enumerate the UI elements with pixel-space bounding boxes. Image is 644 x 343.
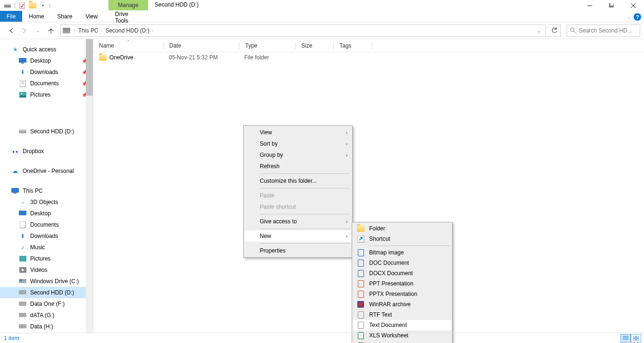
ctx-new-folder[interactable]: Folder: [353, 223, 451, 234]
sidebar-data-h[interactable]: Data (H:): [0, 321, 93, 332]
ctx-new-doc[interactable]: DOC Document: [353, 258, 451, 268]
drive-icon: [19, 128, 26, 135]
ctx-new-pptx[interactable]: PPTX Presentation: [353, 289, 451, 299]
sidebar-data-one[interactable]: Data One (F:): [0, 298, 93, 310]
address-bar[interactable]: › This PC › Second HDD (D:) › ⌵: [60, 24, 546, 37]
svg-rect-18: [19, 129, 26, 131]
sidebar-onedrive[interactable]: ☁OneDrive - Personal: [0, 165, 93, 177]
sidebar-documents-2[interactable]: Documents: [0, 219, 93, 230]
address-dropdown-icon[interactable]: ⌵: [535, 27, 544, 34]
ctx-label: PPT Presentation: [369, 280, 413, 287]
svg-rect-20: [14, 193, 17, 194]
cloud-icon: ☁: [11, 167, 19, 175]
pptx-icon: [357, 290, 364, 298]
close-button[interactable]: [622, 0, 644, 11]
help-icon[interactable]: ?: [634, 13, 641, 21]
tab-drive-tools[interactable]: Drive Tools: [108, 11, 148, 24]
sidebar-second-hdd[interactable]: Second HDD (D:): [0, 126, 93, 137]
ctx-new-docx[interactable]: DOCX Document: [353, 268, 451, 278]
sidebar-data-g[interactable]: dATA (G:): [0, 310, 93, 321]
ctx-new-rtf[interactable]: RTF Text: [353, 310, 451, 320]
ctx-properties[interactable]: Properties: [245, 245, 351, 256]
ctx-new-winrar[interactable]: WinRAR archive: [353, 299, 451, 310]
search-icon: [570, 27, 576, 33]
ctx-sort-by[interactable]: Sort by›: [245, 138, 351, 149]
ctx-view[interactable]: View›: [245, 127, 351, 138]
svg-rect-21: [19, 211, 26, 215]
svg-rect-28: [19, 302, 26, 306]
crumb-this-pc[interactable]: This PC: [76, 27, 100, 34]
ctx-new-text[interactable]: Text Document: [353, 320, 451, 330]
ctx-label: DOC Document: [369, 260, 409, 266]
ctx-label: WinRAR archive: [369, 301, 411, 308]
ctx-new-bitmap[interactable]: Bitmap image: [353, 247, 451, 258]
maximize-button[interactable]: [601, 0, 622, 11]
ctx-customize[interactable]: Customize this folder...: [245, 175, 351, 187]
sidebar-pictures[interactable]: Pictures📌: [0, 89, 93, 100]
sidebar-label: Videos: [30, 267, 47, 273]
sidebar-downloads-2[interactable]: ⬇Downloads: [0, 230, 93, 242]
ribbon-tabs: File Home Share View Drive Tools ⌵ ?: [0, 11, 644, 22]
tab-home[interactable]: Home: [22, 11, 50, 22]
download-icon: ⬇: [19, 232, 26, 240]
crumb-sep[interactable]: ›: [151, 28, 155, 33]
sidebar-quick-access[interactable]: ★Quick access: [0, 44, 93, 55]
sidebar-pictures-2[interactable]: Pictures: [0, 253, 93, 264]
expand-ribbon-icon[interactable]: ⌵: [627, 15, 630, 19]
qat-dropdown-icon[interactable]: ▾: [39, 2, 47, 9]
cell-name: OneDrive: [93, 54, 163, 61]
ctx-group-by[interactable]: Group by›: [245, 149, 351, 161]
refresh-button[interactable]: [548, 24, 561, 37]
crumb-drive[interactable]: Second HDD (D:): [104, 27, 151, 34]
ctx-give-access[interactable]: Give access to›: [245, 216, 351, 227]
sidebar-desktop-2[interactable]: Desktop: [0, 208, 93, 219]
chevron-right-icon: ›: [346, 234, 347, 239]
view-icons-button[interactable]: [631, 334, 641, 343]
sidebar-dropbox[interactable]: ⬧⬧Dropbox: [0, 146, 93, 157]
sidebar-desktop[interactable]: Desktop📌: [0, 55, 93, 66]
sidebar-scrollbar[interactable]: [86, 39, 93, 333]
col-size[interactable]: Size: [296, 42, 333, 49]
sidebar-this-pc[interactable]: This PC: [0, 185, 93, 196]
sidebar-3d-objects[interactable]: ⬨3D Objects: [0, 196, 93, 208]
ppt-icon: [357, 280, 364, 287]
ctx-new[interactable]: New›: [245, 230, 351, 242]
drive-icon: [63, 28, 70, 33]
pictures-icon: [19, 91, 26, 98]
col-name[interactable]: ⌃Name: [93, 42, 163, 49]
properties-qat-icon[interactable]: [18, 2, 26, 9]
ctx-refresh[interactable]: Refresh: [245, 161, 351, 172]
ctx-new-ppt[interactable]: PPT Presentation: [353, 278, 451, 289]
sidebar-label: Downloads: [30, 69, 58, 75]
sidebar-second-hdd-2[interactable]: Second HDD (D:): [0, 287, 93, 298]
forward-button[interactable]: [19, 25, 30, 36]
search-input[interactable]: Search Second HD...: [567, 24, 640, 37]
file-row[interactable]: OneDrive 05-Nov-21 5:32 PM File folder: [93, 52, 644, 63]
crumb-sep[interactable]: ›: [73, 28, 76, 33]
back-button[interactable]: [6, 25, 17, 36]
recent-dropdown[interactable]: ⌵: [32, 25, 43, 36]
documents-icon: [19, 80, 26, 87]
sidebar-downloads[interactable]: ⬇Downloads📌: [0, 66, 93, 78]
col-tags[interactable]: Tags: [334, 42, 372, 49]
sidebar-documents[interactable]: Documents📌: [0, 78, 93, 89]
pictures-icon: [19, 255, 26, 262]
tab-file[interactable]: File: [0, 11, 22, 22]
up-button[interactable]: [45, 25, 57, 36]
view-details-button[interactable]: [620, 334, 631, 343]
tab-view[interactable]: View: [79, 11, 104, 22]
svg-rect-29: [19, 313, 26, 317]
minimize-button[interactable]: [579, 0, 601, 11]
folder-qat-icon[interactable]: [29, 2, 36, 9]
crumb-sep[interactable]: ›: [100, 28, 104, 33]
manage-tab[interactable]: Manage: [108, 0, 148, 10]
sidebar-music[interactable]: ♪Music: [0, 242, 93, 253]
sidebar-label: OneDrive - Personal: [23, 168, 74, 174]
sidebar-videos[interactable]: Videos: [0, 264, 93, 276]
col-date[interactable]: Date: [164, 42, 239, 49]
tab-share[interactable]: Share: [50, 11, 79, 22]
svg-rect-39: [633, 336, 636, 338]
sidebar-windows-drive[interactable]: Windows Drive (C:): [0, 276, 93, 287]
col-type[interactable]: Type: [239, 42, 295, 49]
ctx-new-shortcut[interactable]: Shortcut: [353, 234, 451, 244]
